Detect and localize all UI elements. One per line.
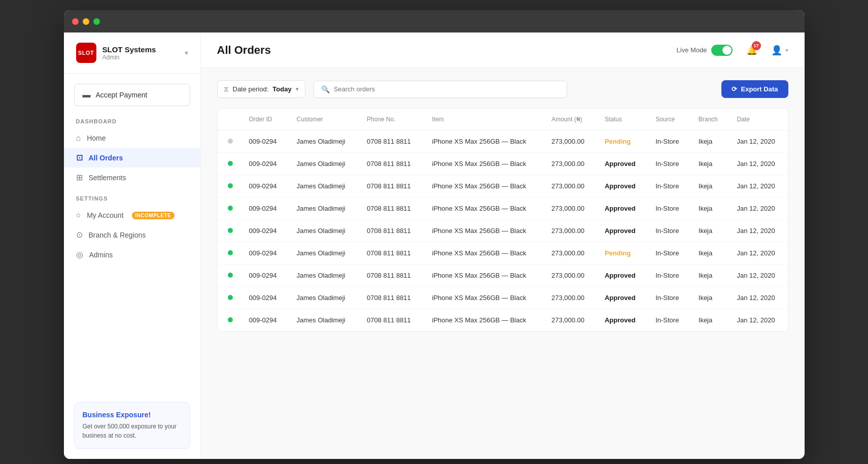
- row-item: iPhone XS Max 256GB — Black: [424, 309, 543, 332]
- row-phone: 0708 811 8811: [359, 130, 424, 153]
- row-customer: James Oladimeji: [289, 309, 359, 332]
- table-row[interactable]: 009-0294 James Oladimeji 0708 811 8811 i…: [218, 175, 788, 197]
- status-badge: Approved: [605, 160, 636, 168]
- status-badge: Approved: [605, 205, 636, 212]
- row-amount: 273,000.00: [543, 197, 597, 220]
- home-icon: ⌂: [76, 134, 81, 143]
- row-item: iPhone XS Max 256GB — Black: [424, 287, 543, 309]
- row-order-id: 009-0294: [241, 309, 289, 332]
- row-dot-cell: [218, 197, 241, 220]
- sidebar-item-admins-label: Admins: [89, 251, 113, 259]
- row-customer: James Oladimeji: [289, 220, 359, 242]
- row-dot-cell: [218, 175, 241, 197]
- sidebar-item-my-account[interactable]: ○ My Account INCOMPLETE: [64, 206, 200, 225]
- row-branch: Ikeja: [690, 309, 729, 332]
- sidebar-header-chevron-icon: ▾: [185, 49, 188, 57]
- location-icon: ⊙: [76, 230, 83, 240]
- search-icon: 🔍: [321, 85, 330, 93]
- row-order-id: 009-0294: [241, 153, 289, 175]
- incomplete-badge: INCOMPLETE: [132, 212, 175, 219]
- row-branch: Ikeja: [690, 264, 729, 287]
- row-amount: 273,000.00: [543, 220, 597, 242]
- row-phone: 0708 811 8811: [359, 309, 424, 332]
- row-date: Jan 12, 2020: [729, 309, 788, 332]
- notification-badge: 17: [752, 41, 761, 50]
- row-date: Jan 12, 2020: [729, 220, 788, 242]
- topbar: All Orders Live Mode 🔔 17 👤 ▾: [201, 32, 805, 68]
- row-amount: 273,000.00: [543, 153, 597, 175]
- row-item: iPhone XS Max 256GB — Black: [424, 175, 543, 197]
- row-amount: 273,000.00: [543, 175, 597, 197]
- date-period-filter[interactable]: ⧖ Date period: Today ▾: [217, 80, 305, 98]
- search-input[interactable]: [334, 85, 560, 93]
- row-phone: 0708 811 8811: [359, 264, 424, 287]
- close-button[interactable]: [72, 18, 79, 25]
- promo-title: Business Exposure!: [83, 411, 182, 419]
- row-phone: 0708 811 8811: [359, 287, 424, 309]
- table-row[interactable]: 009-0294 James Oladimeji 0708 811 8811 i…: [218, 130, 788, 153]
- col-phone: Phone No.: [359, 109, 424, 130]
- row-status: Approved: [597, 264, 647, 287]
- sidebar-header[interactable]: SLOT SLOT Systems Admin ▾: [64, 32, 200, 74]
- col-order-id: Order ID: [241, 109, 289, 130]
- table-row[interactable]: 009-0294 James Oladimeji 0708 811 8811 i…: [218, 197, 788, 220]
- date-filter-chevron-icon: ▾: [296, 86, 299, 92]
- row-order-id: 009-0294: [241, 264, 289, 287]
- row-source: In-Store: [647, 175, 690, 197]
- row-order-id: 009-0294: [241, 287, 289, 309]
- row-source: In-Store: [647, 130, 690, 153]
- page-title: All Orders: [217, 44, 271, 57]
- sidebar-item-branch-regions[interactable]: ⊙ Branch & Regions: [64, 225, 200, 245]
- maximize-button[interactable]: [93, 18, 100, 25]
- promo-text: Get over 500,000 exposure to your busine…: [83, 422, 182, 440]
- row-date: Jan 12, 2020: [729, 130, 788, 153]
- col-item: Item: [424, 109, 543, 130]
- table-row[interactable]: 009-0294 James Oladimeji 0708 811 8811 i…: [218, 220, 788, 242]
- user-menu-button[interactable]: 👤 ▾: [771, 45, 788, 56]
- row-source: In-Store: [647, 153, 690, 175]
- row-phone: 0708 811 8811: [359, 175, 424, 197]
- accept-payment-button[interactable]: ▬ Accept Payment: [74, 84, 190, 106]
- row-date: Jan 12, 2020: [729, 287, 788, 309]
- status-dot-icon: [228, 273, 233, 278]
- date-period-value: Today: [272, 85, 291, 93]
- col-date: Date: [729, 109, 788, 130]
- sidebar-item-settlements[interactable]: ⊞ Settlements: [64, 168, 200, 187]
- sidebar-item-all-orders[interactable]: ⊡ All Orders: [64, 148, 200, 168]
- row-customer: James Oladimeji: [289, 242, 359, 264]
- row-item: iPhone XS Max 256GB — Black: [424, 242, 543, 264]
- row-amount: 273,000.00: [543, 264, 597, 287]
- status-badge: Approved: [605, 316, 636, 324]
- search-bar: 🔍: [314, 81, 567, 98]
- sidebar-item-home-label: Home: [87, 134, 106, 142]
- row-status: Pending: [597, 130, 647, 153]
- table-row[interactable]: 009-0294 James Oladimeji 0708 811 8811 i…: [218, 264, 788, 287]
- export-button[interactable]: ⟳ Export Data: [721, 80, 788, 98]
- live-mode-label: Live Mode: [677, 46, 707, 54]
- live-mode-toggle[interactable]: Live Mode: [677, 45, 733, 56]
- sidebar-item-admins[interactable]: ◎ Admins: [64, 245, 200, 264]
- status-dot-icon: [228, 161, 233, 166]
- sidebar-item-branch-regions-label: Branch & Regions: [89, 231, 146, 239]
- table-row[interactable]: 009-0294 James Oladimeji 0708 811 8811 i…: [218, 153, 788, 175]
- status-dot-icon: [228, 295, 233, 300]
- table-row[interactable]: 009-0294 James Oladimeji 0708 811 8811 i…: [218, 287, 788, 309]
- app-layout: SLOT SLOT Systems Admin ▾ ▬ Accept Payme…: [64, 32, 805, 459]
- row-order-id: 009-0294: [241, 175, 289, 197]
- notifications-button[interactable]: 🔔 17: [743, 41, 761, 59]
- row-dot-cell: [218, 309, 241, 332]
- table-row[interactable]: 009-0294 James Oladimeji 0708 811 8811 i…: [218, 309, 788, 332]
- sidebar: SLOT SLOT Systems Admin ▾ ▬ Accept Payme…: [64, 32, 201, 459]
- row-source: In-Store: [647, 220, 690, 242]
- status-dot-icon: [228, 183, 233, 188]
- sidebar-item-home[interactable]: ⌂ Home: [64, 128, 200, 148]
- row-dot-cell: [218, 130, 241, 153]
- accept-payment-label: Accept Payment: [96, 91, 148, 99]
- row-order-id: 009-0294: [241, 197, 289, 220]
- row-branch: Ikeja: [690, 220, 729, 242]
- table-row[interactable]: 009-0294 James Oladimeji 0708 811 8811 i…: [218, 242, 788, 264]
- row-customer: James Oladimeji: [289, 175, 359, 197]
- row-customer: James Oladimeji: [289, 197, 359, 220]
- live-mode-switch[interactable]: [711, 45, 733, 56]
- minimize-button[interactable]: [83, 18, 89, 25]
